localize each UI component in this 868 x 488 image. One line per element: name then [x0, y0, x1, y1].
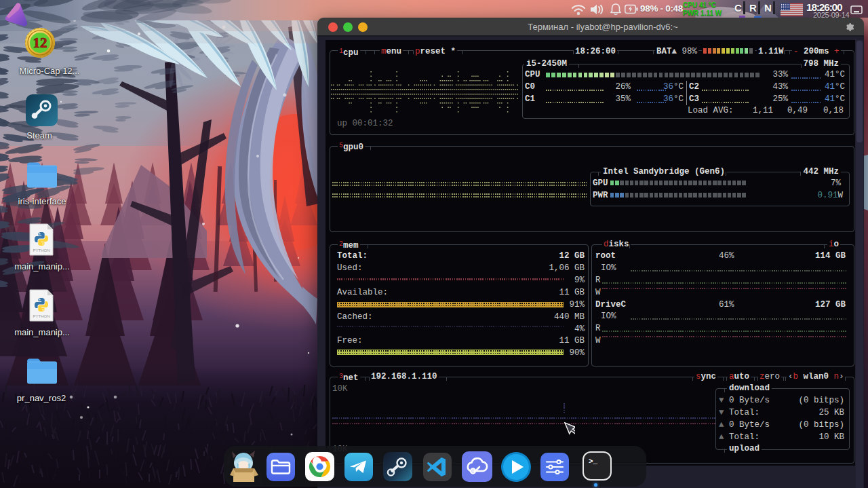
svg-text:12: 12	[33, 35, 47, 51]
svg-text:PYTHON: PYTHON	[33, 314, 50, 318]
svg-text:PYTHON: PYTHON	[33, 248, 50, 252]
svg-text:>_: >_	[589, 457, 598, 466]
